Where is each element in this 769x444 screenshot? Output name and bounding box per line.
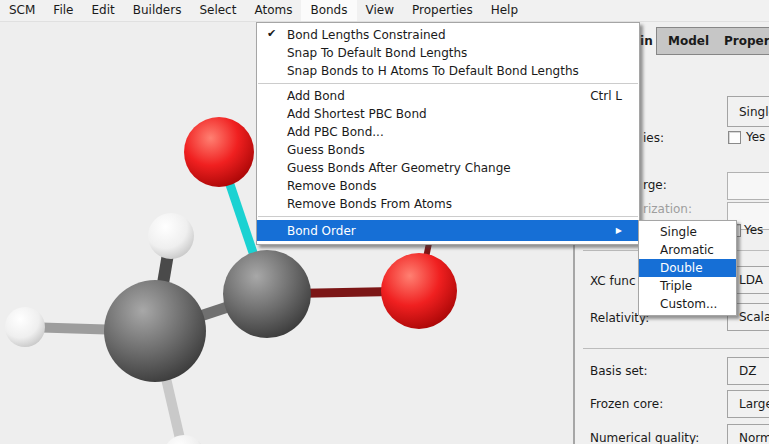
menu-item-label: Snap Bonds to H Atoms To Default Bond Le… <box>287 64 579 78</box>
menu-item-label: Guess Bonds <box>287 143 365 157</box>
menu-item-bond-order[interactable]: Bond Order▶ <box>257 220 639 241</box>
frequencies-label: ies: <box>643 131 664 145</box>
oxygen-hydroxyl[interactable] <box>381 253 457 329</box>
numerical-quality-value: Norm <box>739 431 769 444</box>
menu-item-label: Add Bond <box>287 89 345 103</box>
menubar-item-atoms[interactable]: Atoms <box>245 0 301 21</box>
submenu-item-aromatic[interactable]: Aromatic <box>639 241 736 259</box>
charge-label: rge: <box>643 178 667 192</box>
menu-item-label: Bond Lengths Constrained <box>287 28 446 42</box>
bonds-menu-popup: ✔Bond Lengths ConstrainedSnap To Default… <box>256 22 640 245</box>
oxygen-carbonyl[interactable] <box>184 117 254 187</box>
menu-item-snap-to-default-bond-lengths[interactable]: Snap To Default Bond Lengths <box>257 44 639 62</box>
application-window: ain Model Propert Single ies: Yes rge: r… <box>0 0 769 444</box>
frozen-core-label: Frozen core: <box>590 397 663 411</box>
submenu-item-double[interactable]: Double <box>639 259 736 277</box>
menu-item-bond-lengths-constrained[interactable]: ✔Bond Lengths Constrained <box>257 26 639 44</box>
basis-set-dropdown[interactable]: DZ <box>727 357 769 385</box>
menubar-item-select[interactable]: Select <box>190 0 245 21</box>
submenu-item-triple[interactable]: Triple <box>639 277 736 295</box>
frequencies-checkbox[interactable] <box>728 131 741 144</box>
menu-item-label: Bond Order <box>287 224 356 238</box>
menu-separator <box>258 83 638 84</box>
menu-item-remove-bonds-from-atoms[interactable]: Remove Bonds From Atoms <box>257 195 639 213</box>
menu-item-guess-bonds[interactable]: Guess Bonds <box>257 141 639 159</box>
menubar-item-properties[interactable]: Properties <box>403 0 482 21</box>
basis-set-value: DZ <box>739 364 756 378</box>
polarization-label: rization: <box>643 202 692 216</box>
menu-item-add-pbc-bond[interactable]: Add PBC Bond... <box>257 123 639 141</box>
frozen-core-value: Large <box>739 397 769 411</box>
menu-separator <box>258 216 638 217</box>
menu-bar: SCMFileEditBuildersSelectAtomsBondsViewP… <box>0 0 769 22</box>
menu-item-guess-bonds-after-geometry-change[interactable]: Guess Bonds After Geometry Change <box>257 159 639 177</box>
tab-bar: Model Propert <box>656 27 769 55</box>
xc-functional-value: LDA <box>739 273 763 287</box>
frequencies-checkbox-label: Yes <box>746 130 765 144</box>
numerical-quality-label: Numerical quality: <box>590 431 699 444</box>
panel-separator <box>583 348 769 349</box>
unrestricted-checkbox-label: Yes <box>744 223 763 237</box>
submenu-item-single[interactable]: Single <box>639 223 736 241</box>
hydrogen-left[interactable] <box>5 307 45 347</box>
menubar-item-view[interactable]: View <box>357 0 403 21</box>
menubar-item-edit[interactable]: Edit <box>82 0 123 21</box>
submenu-item-custom[interactable]: Custom... <box>639 295 736 313</box>
menubar-item-bonds[interactable]: Bonds <box>301 0 356 21</box>
menu-item-label: Remove Bonds <box>287 179 377 193</box>
menubar-item-help[interactable]: Help <box>482 0 527 21</box>
menu-shortcut: Ctrl L <box>590 89 622 103</box>
basis-set-label: Basis set: <box>590 364 648 378</box>
menu-item-label: Remove Bonds From Atoms <box>287 197 452 211</box>
frozen-core-dropdown[interactable]: Large <box>727 390 769 418</box>
relativity-value: Scala <box>739 310 769 324</box>
menu-item-label: Add PBC Bond... <box>287 125 384 139</box>
tab-model[interactable]: Model <box>668 34 709 48</box>
task-dropdown[interactable]: Single <box>727 96 769 127</box>
menu-item-snap-bonds-to-h-atoms-to-default-bond-lengths[interactable]: Snap Bonds to H Atoms To Default Bond Le… <box>257 62 639 80</box>
xc-functional-label: XC func <box>590 274 636 288</box>
menubar-item-scm[interactable]: SCM <box>0 0 44 21</box>
hydrogen-top[interactable] <box>148 213 194 259</box>
menu-item-label: Snap To Default Bond Lengths <box>287 46 467 60</box>
menu-item-add-shortest-pbc-bond[interactable]: Add Shortest PBC Bond <box>257 105 639 123</box>
menu-item-remove-bonds[interactable]: Remove Bonds <box>257 177 639 195</box>
carbon-methyl[interactable] <box>104 280 206 382</box>
menu-item-label: Guess Bonds After Geometry Change <box>287 161 511 175</box>
checkmark-icon: ✔ <box>267 27 276 40</box>
carbon-carbonyl[interactable] <box>223 250 311 338</box>
numerical-quality-dropdown[interactable]: Norm <box>727 424 769 444</box>
menubar-item-builders[interactable]: Builders <box>124 0 191 21</box>
task-value: Single <box>739 105 769 119</box>
tab-properties[interactable]: Propert <box>724 34 769 48</box>
menubar-item-file[interactable]: File <box>44 0 82 21</box>
menu-item-add-bond[interactable]: Add BondCtrl L <box>257 87 639 105</box>
bond-order-submenu: SingleAromaticDoubleTripleCustom... <box>638 220 737 316</box>
charge-input[interactable] <box>727 172 769 200</box>
menu-item-label: Add Shortest PBC Bond <box>287 107 427 121</box>
submenu-arrow-icon: ▶ <box>616 226 622 235</box>
